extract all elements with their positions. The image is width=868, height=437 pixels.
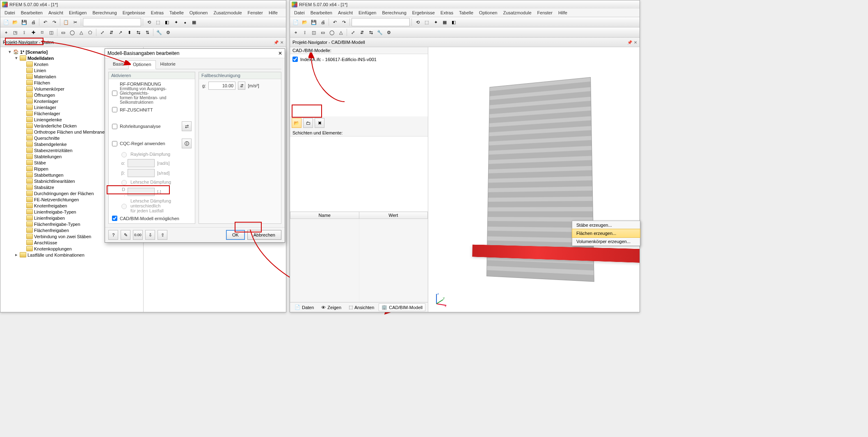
tool-icon[interactable]: 🔧 bbox=[155, 28, 163, 36]
export-icon[interactable]: ⇧ bbox=[158, 230, 167, 240]
checkbox-rfformfindung[interactable] bbox=[112, 91, 117, 96]
tool-icon[interactable]: 📋 bbox=[62, 18, 70, 26]
menu-item[interactable]: Fenster bbox=[535, 9, 555, 16]
tool-icon[interactable]: 🖨 bbox=[319, 18, 327, 26]
tool-icon[interactable]: ✂ bbox=[71, 18, 79, 26]
layers-tree[interactable] bbox=[290, 137, 428, 212]
menu-item[interactable]: Fenster bbox=[245, 9, 265, 16]
tool-icon[interactable]: ↶ bbox=[331, 18, 339, 26]
open-cadmodel-button[interactable]: 📂 bbox=[292, 118, 302, 128]
menu-item[interactable]: Zusatzmodule bbox=[501, 9, 534, 16]
tool-icon[interactable]: ✚ bbox=[29, 28, 37, 36]
checkbox-cadbim[interactable] bbox=[112, 216, 117, 221]
ctx-staebe[interactable]: Stäbe erzeugen... bbox=[572, 221, 640, 229]
tool-icon[interactable]: ⚙ bbox=[385, 28, 393, 36]
toolbar-combo[interactable] bbox=[352, 18, 410, 26]
tool-icon[interactable]: ⟟ bbox=[301, 28, 309, 36]
tool-icon[interactable]: ✦ bbox=[172, 18, 180, 26]
tool-icon[interactable]: 🖨 bbox=[29, 18, 37, 26]
menu-item[interactable]: Bearbeiten bbox=[18, 9, 45, 16]
tool-icon[interactable]: ◧ bbox=[450, 18, 458, 26]
menu-item[interactable]: Optionen bbox=[477, 9, 500, 16]
tool-icon[interactable]: ▦ bbox=[190, 18, 198, 26]
tool-icon[interactable]: ◯ bbox=[328, 28, 336, 36]
menu-item[interactable]: Tabelle bbox=[167, 9, 186, 16]
tool-icon[interactable]: ◫ bbox=[47, 28, 55, 36]
help-icon[interactable]: ？ bbox=[108, 230, 118, 240]
checkbox-cqc[interactable] bbox=[112, 141, 117, 146]
tree-item[interactable]: Knotenkopplungen bbox=[21, 246, 142, 252]
navtab-cadbim[interactable]: 🏢 CAD/BIM-Modell bbox=[379, 303, 425, 311]
tool-icon[interactable]: ◧ bbox=[163, 18, 171, 26]
checkbox-cadmodel[interactable] bbox=[292, 57, 298, 62]
navtab-ansichten[interactable]: ⬚ Ansichten bbox=[346, 303, 377, 311]
opt-rfformfindung[interactable]: RF-FORMFINDUNG Ermittlung von Ausgangs-G… bbox=[112, 82, 192, 105]
tool-icon[interactable]: ⟲ bbox=[413, 18, 422, 26]
tool-icon[interactable]: 📄 bbox=[2, 18, 10, 26]
tool-icon[interactable]: 📂 bbox=[301, 18, 309, 26]
menu-item[interactable]: Tabelle bbox=[457, 9, 476, 16]
tool-icon[interactable]: ⌖ bbox=[2, 28, 10, 36]
tool-icon[interactable]: ↗ bbox=[116, 28, 124, 36]
pin-icon[interactable]: 📌 bbox=[627, 40, 632, 45]
tool-icon[interactable]: ⇆ bbox=[367, 28, 375, 36]
main-toolbar-2-right[interactable]: ⌖ ⟟ ◫ ▭ ◯ △ ⤢ ⇵ ⇆ 🔧 ⚙ bbox=[290, 27, 640, 38]
rohr-settings-button[interactable]: ⇄ bbox=[182, 121, 192, 131]
menu-item[interactable]: Hilfe bbox=[266, 9, 280, 16]
menu-item[interactable]: Extras bbox=[438, 9, 456, 16]
main-toolbar-1-left[interactable]: 📄 📂 💾 🖨 ↶ ↷ 📋 ✂ ⟲ ⬚ ◧ ✦ ⬥ ▦ bbox=[0, 17, 286, 27]
navtab-daten[interactable]: 📄 Daten bbox=[292, 303, 317, 311]
navtab-zeigen[interactable]: 👁 Zeigen bbox=[318, 303, 344, 311]
menu-item[interactable]: Ansicht bbox=[336, 9, 355, 16]
edit-icon[interactable]: ✎ bbox=[121, 230, 130, 240]
g-stepper-icon[interactable]: ⇵ bbox=[238, 82, 245, 90]
tool-icon[interactable]: ⇅ bbox=[143, 28, 151, 36]
toolbar-combo[interactable] bbox=[83, 18, 141, 26]
menu-item[interactable]: Ansicht bbox=[46, 9, 66, 16]
folder-icon[interactable]: 🗀 bbox=[303, 118, 313, 128]
main-toolbar-2-left[interactable]: ⌖ ◳ ⟟ ✚ ⌑ ◫ ▭ ◯ △ ⬠ ⤢ ⇵ ↗ ⬍ ⇆ ⇅ 🔧 ⚙ bbox=[0, 27, 286, 38]
ctx-flaechen[interactable]: Flächen erzeugen... bbox=[572, 229, 640, 238]
tool-icon[interactable]: ⬍ bbox=[125, 28, 133, 36]
menu-item[interactable]: Bearbeiten bbox=[308, 9, 335, 16]
tool-icon[interactable]: ⚙ bbox=[164, 28, 172, 36]
menu-item[interactable]: Hilfe bbox=[556, 9, 570, 16]
tool-icon[interactable]: ⌖ bbox=[292, 28, 300, 36]
tool-icon[interactable]: ◯ bbox=[68, 28, 76, 36]
navigator-tabs[interactable]: 📄 Daten 👁 Zeigen ⬚ Ansichten 🏢 CAD/BIM-M… bbox=[290, 302, 428, 312]
menu-item[interactable]: Zusatzmodule bbox=[211, 9, 244, 16]
tree-lastfaelle[interactable]: ▸ Lastfälle und Kombinationen bbox=[14, 252, 142, 258]
ctx-volumen[interactable]: Volumenkörper erzeugen... bbox=[572, 237, 640, 246]
close-icon[interactable]: ✕ bbox=[278, 50, 282, 56]
tool-icon[interactable]: ↶ bbox=[41, 18, 49, 26]
menu-item[interactable]: Datei bbox=[2, 9, 18, 16]
tool-icon[interactable]: ⇆ bbox=[134, 28, 142, 36]
pin-icon[interactable]: 📌 bbox=[274, 40, 279, 45]
tool-icon[interactable]: ▭ bbox=[59, 28, 67, 36]
tool-icon[interactable]: ◳ bbox=[11, 28, 19, 36]
tool-icon[interactable]: ⬚ bbox=[154, 18, 162, 26]
tool-icon[interactable]: 💾 bbox=[20, 18, 28, 26]
main-toolbar-1-right[interactable]: 📄 📂 💾 🖨 ↶ ↷ ⟲ ⬚ ✦ ▦ ◧ bbox=[290, 17, 640, 27]
menu-item[interactable]: Datei bbox=[292, 9, 307, 16]
import-icon[interactable]: ⇩ bbox=[145, 230, 155, 240]
menu-item[interactable]: Einfügen bbox=[66, 9, 89, 16]
ok-button[interactable]: OK bbox=[226, 230, 245, 240]
opt-rohr[interactable]: Rohrleitungsanalyse ⇄ bbox=[112, 121, 192, 131]
tool-icon[interactable]: 🔧 bbox=[376, 28, 384, 36]
menu-item[interactable]: Ergebnisse bbox=[410, 9, 437, 16]
menu-item[interactable]: Berechnung bbox=[90, 9, 119, 16]
tool-icon[interactable]: ↷ bbox=[340, 18, 348, 26]
tool-icon[interactable]: ⇵ bbox=[107, 28, 115, 36]
opt-rfzuschnitt[interactable]: RF-ZUSCHNITT bbox=[112, 107, 192, 112]
tool-icon[interactable]: ◫ bbox=[310, 28, 318, 36]
context-menu[interactable]: Stäbe erzeugen... Flächen erzeugen... Vo… bbox=[572, 221, 640, 246]
tool-icon[interactable]: ↷ bbox=[50, 18, 58, 26]
viewport-3d[interactable]: z x y bbox=[428, 47, 640, 312]
checkbox-rfzuschnitt[interactable] bbox=[112, 107, 117, 112]
menu-item[interactable]: Ergebnisse bbox=[120, 9, 148, 16]
tool-icon[interactable]: ⟟ bbox=[20, 28, 28, 36]
opt-cadbim[interactable]: CAD/BIM-Modell ermöglichen bbox=[112, 216, 192, 221]
tool-icon[interactable]: △ bbox=[337, 28, 345, 36]
info-icon[interactable]: ⓘ bbox=[182, 139, 192, 148]
